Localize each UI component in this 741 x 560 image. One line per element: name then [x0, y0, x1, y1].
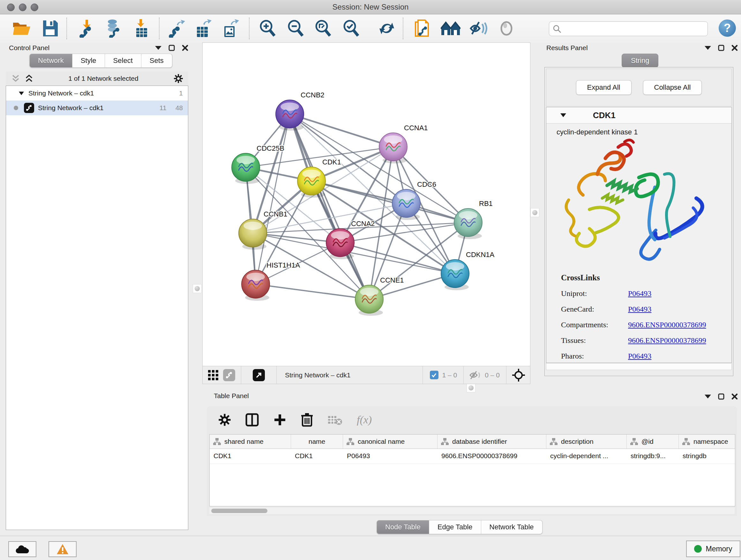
tab-sets[interactable]: Sets: [141, 54, 172, 68]
table-cell[interactable]: stringdb:9...: [627, 449, 679, 463]
network-node-ccna1[interactable]: [379, 133, 407, 164]
maximize-panel-icon[interactable]: [169, 45, 175, 51]
network-node-rb1[interactable]: [454, 208, 482, 239]
table-cell[interactable]: CDK1: [210, 449, 291, 463]
hide-unselected-button[interactable]: [468, 18, 489, 39]
horizontal-splitter-handle[interactable]: [467, 383, 475, 392]
import-network-database-button[interactable]: [103, 18, 123, 39]
network-row[interactable]: String Network – cdk1 11 48: [6, 101, 188, 115]
crosslink-link[interactable]: P06493: [628, 289, 651, 298]
column-header-namespace[interactable]: namespace: [679, 435, 735, 449]
network-badge-icon[interactable]: [223, 369, 235, 381]
tab-select[interactable]: Select: [105, 54, 141, 68]
table-horizontal-scrollbar[interactable]: [209, 508, 735, 514]
delete-column-icon[interactable]: [300, 413, 313, 427]
zoom-in-button[interactable]: [257, 18, 278, 39]
zoom-fit-button[interactable]: [313, 18, 333, 39]
tab-network-table[interactable]: Network Table: [481, 520, 542, 534]
delete-table-icon[interactable]: [327, 414, 343, 426]
network-node-hist1h1a[interactable]: [242, 270, 270, 301]
show-columns-icon[interactable]: [245, 413, 259, 427]
import-network-file-button[interactable]: [77, 18, 97, 39]
column-header-@id[interactable]: @id: [627, 435, 679, 449]
tab-node-table[interactable]: Node Table: [377, 520, 429, 534]
crosslink-link[interactable]: P06493: [628, 352, 651, 361]
network-edge[interactable]: [340, 243, 455, 273]
close-panel-icon[interactable]: [182, 45, 188, 51]
vertical-splitter-handle[interactable]: [193, 284, 202, 293]
detach-view-icon[interactable]: [253, 369, 265, 381]
gear-icon[interactable]: [174, 74, 183, 83]
expanded-arrow-icon[interactable]: [19, 91, 24, 95]
network-node-cdkn1a[interactable]: [441, 260, 469, 290]
export-image-button[interactable]: [221, 18, 241, 39]
network-canvas[interactable]: CCNB2CCNA1CDC25BCDK1CDC6RB1CCNB1CCNA2CDK…: [203, 43, 530, 366]
network-node-ccnb1[interactable]: [239, 219, 267, 250]
export-network-button[interactable]: [166, 18, 187, 39]
memory-button[interactable]: Memory: [686, 541, 740, 557]
import-table-button[interactable]: [131, 18, 152, 39]
network-node-ccne1[interactable]: [355, 285, 383, 316]
scrollbar-thumb[interactable]: [211, 509, 267, 513]
float-panel-icon[interactable]: [155, 46, 161, 50]
collapse-all-button[interactable]: Collapse All: [643, 80, 702, 95]
show-all-button[interactable]: [496, 18, 517, 39]
tab-style[interactable]: Style: [72, 54, 105, 68]
table-cell[interactable]: CDK1: [291, 449, 343, 463]
network-edge[interactable]: [312, 181, 468, 223]
close-panel-icon[interactable]: [731, 45, 738, 51]
network-collection-row[interactable]: String Network – cdk1 1: [6, 86, 188, 101]
network-edge[interactable]: [256, 284, 369, 299]
expand-all-button[interactable]: Expand All: [576, 80, 631, 95]
table-cell[interactable]: P06493: [343, 449, 437, 463]
table-cell[interactable]: cyclin-dependent ...: [546, 449, 627, 463]
network-node-cdc25b[interactable]: [232, 153, 260, 184]
network-node-cdk1[interactable]: [297, 167, 326, 198]
maximize-panel-icon[interactable]: [718, 393, 724, 400]
column-header-canonical-name[interactable]: canonical name: [343, 435, 437, 449]
network-edge[interactable]: [290, 114, 393, 147]
tab-edge-table[interactable]: Edge Table: [429, 520, 481, 534]
table-cell[interactable]: stringdb: [679, 449, 735, 463]
vertical-splitter-handle[interactable]: [530, 208, 539, 217]
tab-string[interactable]: String: [622, 54, 658, 68]
open-session-button[interactable]: [11, 18, 32, 39]
network-edge[interactable]: [290, 114, 369, 299]
export-table-button[interactable]: [193, 18, 214, 39]
warnings-button[interactable]: [49, 541, 77, 557]
crosslink-link[interactable]: P06493: [628, 305, 651, 314]
network-node-cdc6[interactable]: [392, 189, 420, 220]
column-header-shared-name[interactable]: shared name: [210, 435, 291, 449]
clone-network-button[interactable]: [412, 18, 433, 39]
column-header-database-identifier[interactable]: database identifier: [437, 435, 546, 449]
table-row[interactable]: CDK1CDK1P064939606.ENSP00000378699cyclin…: [210, 449, 735, 464]
tab-network[interactable]: Network: [29, 54, 72, 68]
zoom-out-button[interactable]: [285, 18, 306, 39]
expand-all-icon[interactable]: [25, 75, 33, 82]
grid-view-icon[interactable]: [208, 370, 219, 381]
refresh-layout-button[interactable]: [377, 18, 397, 39]
cloud-status-button[interactable]: [8, 541, 37, 557]
network-node-ccna2[interactable]: [326, 229, 354, 259]
column-header-description[interactable]: description: [546, 435, 627, 449]
network-edge[interactable]: [256, 114, 290, 284]
selected-checkbox[interactable]: [430, 371, 439, 379]
maximize-panel-icon[interactable]: [718, 45, 724, 51]
search-input[interactable]: [564, 22, 703, 35]
add-column-icon[interactable]: [273, 413, 286, 427]
string-home-button[interactable]: [441, 18, 461, 39]
collapse-all-icon[interactable]: [11, 75, 20, 82]
help-button[interactable]: ?: [719, 19, 736, 37]
table-gear-icon[interactable]: [218, 414, 231, 426]
float-panel-icon[interactable]: [704, 395, 711, 398]
column-header-name[interactable]: name: [291, 435, 343, 449]
section-expanded-icon[interactable]: [560, 113, 566, 117]
crosslink-link[interactable]: 9606.ENSP00000378699: [628, 320, 706, 329]
birdseye-navigator-icon[interactable]: [512, 369, 525, 381]
table-cell[interactable]: 9606.ENSP00000378699: [437, 449, 546, 463]
cdk1-section-header[interactable]: CDK1: [546, 107, 731, 124]
close-panel-icon[interactable]: [731, 393, 738, 400]
crosslink-link[interactable]: 9606.ENSP00000378699: [628, 336, 706, 345]
zoom-selected-button[interactable]: [341, 18, 361, 39]
float-panel-icon[interactable]: [704, 46, 711, 50]
